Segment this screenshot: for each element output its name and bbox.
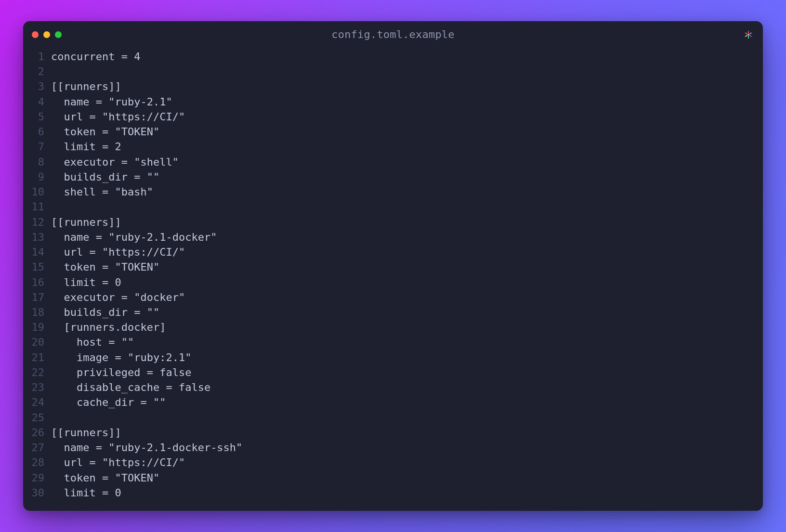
line-number: 21 [23, 350, 51, 365]
code-line[interactable]: 17 executor = "docker" [23, 290, 763, 305]
code-line[interactable]: 4 name = "ruby-2.1" [23, 94, 763, 109]
code-line[interactable]: 28 url = "https://CI/" [23, 455, 763, 470]
line-number: 12 [23, 215, 51, 230]
code-text[interactable]: token = "TOKEN" [51, 124, 763, 139]
code-text[interactable]: privileged = false [51, 365, 763, 380]
code-editor[interactable]: 1concurrent = 42 3[[runners]]4 name = "r… [23, 46, 763, 511]
code-text[interactable] [51, 199, 763, 214]
maximize-icon[interactable] [55, 31, 62, 38]
titlebar: config.toml.example [23, 21, 763, 46]
line-number: 19 [23, 320, 51, 335]
code-text[interactable]: name = "ruby-2.1-docker" [51, 230, 763, 245]
code-text[interactable]: concurrent = 4 [51, 49, 763, 64]
code-line[interactable]: 26[[runners]] [23, 425, 763, 440]
code-line[interactable]: 27 name = "ruby-2.1-docker-ssh" [23, 440, 763, 455]
code-text[interactable]: host = "" [51, 335, 763, 350]
traffic-lights [32, 31, 62, 38]
code-text[interactable]: executor = "docker" [51, 290, 763, 305]
code-line[interactable]: 8 executor = "shell" [23, 155, 763, 169]
code-text[interactable]: name = "ruby-2.1-docker-ssh" [51, 440, 763, 455]
line-number: 14 [23, 245, 51, 260]
line-number: 9 [23, 169, 51, 184]
code-line[interactable]: 11 [23, 199, 763, 214]
line-number: 29 [23, 470, 51, 485]
line-number: 5 [23, 109, 51, 124]
code-line[interactable]: 2 [23, 64, 763, 79]
code-text[interactable]: [runners.docker] [51, 320, 763, 335]
line-number: 8 [23, 155, 51, 169]
code-line[interactable]: 20 host = "" [23, 335, 763, 350]
code-text[interactable]: disable_cache = false [51, 380, 763, 395]
code-text[interactable]: image = "ruby:2.1" [51, 350, 763, 365]
code-line[interactable]: 6 token = "TOKEN" [23, 124, 763, 139]
code-line[interactable]: 23 disable_cache = false [23, 380, 763, 395]
code-line[interactable]: 25 [23, 410, 763, 425]
code-text[interactable]: limit = 2 [51, 139, 763, 154]
code-text[interactable]: executor = "shell" [51, 155, 763, 169]
line-number: 27 [23, 440, 51, 455]
line-number: 22 [23, 365, 51, 380]
code-line[interactable]: 7 limit = 2 [23, 139, 763, 154]
code-line[interactable]: 12[[runners]] [23, 215, 763, 230]
code-line[interactable]: 1concurrent = 4 [23, 49, 763, 64]
line-number: 7 [23, 139, 51, 154]
code-line[interactable]: 3[[runners]] [23, 79, 763, 94]
code-line[interactable]: 15 token = "TOKEN" [23, 260, 763, 274]
code-text[interactable]: url = "https://CI/" [51, 455, 763, 470]
code-text[interactable]: [[runners]] [51, 215, 763, 230]
line-number: 17 [23, 290, 51, 305]
close-icon[interactable] [32, 31, 39, 38]
line-number: 1 [23, 49, 51, 64]
line-number: 20 [23, 335, 51, 350]
code-line[interactable]: 30 limit = 0 [23, 485, 763, 500]
line-number: 25 [23, 410, 51, 425]
code-line[interactable]: 22 privileged = false [23, 365, 763, 380]
svg-point-0 [747, 34, 749, 35]
code-line[interactable]: 18 builds_dir = "" [23, 305, 763, 320]
line-number: 11 [23, 199, 51, 214]
line-number: 13 [23, 230, 51, 245]
code-text[interactable]: url = "https://CI/" [51, 245, 763, 260]
code-text[interactable]: limit = 0 [51, 275, 763, 290]
line-number: 15 [23, 260, 51, 274]
line-number: 28 [23, 455, 51, 470]
line-number: 26 [23, 425, 51, 440]
code-text[interactable]: token = "TOKEN" [51, 260, 763, 274]
code-line[interactable]: 29 token = "TOKEN" [23, 470, 763, 485]
code-line[interactable]: 9 builds_dir = "" [23, 169, 763, 184]
line-number: 10 [23, 184, 51, 199]
code-text[interactable]: cache_dir = "" [51, 395, 763, 410]
code-text[interactable]: limit = 0 [51, 485, 763, 500]
editor-window: config.toml.example 1concurrent = 42 3[[… [23, 21, 763, 511]
code-line[interactable]: 5 url = "https://CI/" [23, 109, 763, 124]
code-line[interactable]: 19 [runners.docker] [23, 320, 763, 335]
code-line[interactable]: 24 cache_dir = "" [23, 395, 763, 410]
code-text[interactable]: [[runners]] [51, 425, 763, 440]
line-number: 24 [23, 395, 51, 410]
code-text[interactable]: name = "ruby-2.1" [51, 94, 763, 109]
code-text[interactable]: shell = "bash" [51, 184, 763, 199]
code-text[interactable] [51, 410, 763, 425]
code-line[interactable]: 16 limit = 0 [23, 275, 763, 290]
code-text[interactable]: builds_dir = "" [51, 305, 763, 320]
line-number: 3 [23, 79, 51, 94]
line-number: 2 [23, 64, 51, 79]
code-line[interactable]: 10 shell = "bash" [23, 184, 763, 199]
code-line[interactable]: 14 url = "https://CI/" [23, 245, 763, 260]
line-number: 4 [23, 94, 51, 109]
line-number: 18 [23, 305, 51, 320]
line-number: 30 [23, 485, 51, 500]
app-logo-icon [743, 29, 754, 40]
code-text[interactable] [51, 64, 763, 79]
code-text[interactable]: builds_dir = "" [51, 169, 763, 184]
line-number: 23 [23, 380, 51, 395]
code-line[interactable]: 21 image = "ruby:2.1" [23, 350, 763, 365]
code-text[interactable]: token = "TOKEN" [51, 470, 763, 485]
code-text[interactable]: [[runners]] [51, 79, 763, 94]
minimize-icon[interactable] [43, 31, 50, 38]
code-text[interactable]: url = "https://CI/" [51, 109, 763, 124]
line-number: 6 [23, 124, 51, 139]
line-number: 16 [23, 275, 51, 290]
code-line[interactable]: 13 name = "ruby-2.1-docker" [23, 230, 763, 245]
window-title: config.toml.example [23, 28, 763, 40]
